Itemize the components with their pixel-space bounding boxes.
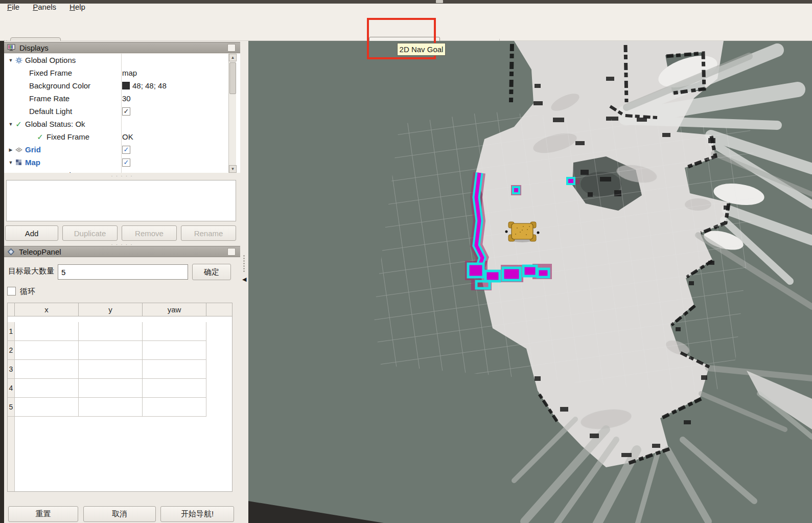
tree-row-frame-rate[interactable]: Frame Rate 30 <box>4 92 228 105</box>
expand-arrow-icon[interactable]: ▼ <box>7 58 14 63</box>
duplicate-display-button[interactable]: Duplicate <box>62 225 118 241</box>
diamond-icon <box>7 248 15 256</box>
cell-y[interactable] <box>79 379 143 398</box>
menu-help[interactable]: Help <box>69 3 85 11</box>
displays-float-button[interactable] <box>227 44 236 52</box>
tree-value[interactable]: map <box>122 69 137 77</box>
column-header-x[interactable]: x <box>15 303 79 316</box>
cell-yaw[interactable] <box>143 398 206 417</box>
menu-help-key: H <box>69 3 75 11</box>
scroll-down-arrow-icon[interactable]: ▼ <box>229 165 237 173</box>
remove-display-button[interactable]: Remove <box>122 225 177 241</box>
reset-button[interactable]: 重置 <box>8 506 78 522</box>
tree-label: Frame Rate <box>29 94 69 103</box>
color-value: 48; 48; 48 <box>132 81 167 90</box>
render-viewport[interactable] <box>248 41 812 523</box>
gear-icon <box>14 57 23 64</box>
grid-display-icon <box>14 146 23 153</box>
menu-file-rest: ile <box>12 3 19 11</box>
tree-row-fixed-frame-status[interactable]: ✓ Fixed Frame OK <box>4 130 228 143</box>
collapse-arrow-icon[interactable]: ▶ <box>7 147 14 152</box>
tree-label: Background Color <box>29 81 90 90</box>
loop-checkbox[interactable] <box>7 287 16 295</box>
cell-y[interactable] <box>79 341 143 360</box>
menu-file[interactable]: File <box>7 3 19 11</box>
cell-blank <box>206 379 232 398</box>
tree-row-background-color[interactable]: Background Color 48; 48; 48 <box>4 79 228 92</box>
status-ok-check-icon: ✓ <box>27 171 35 173</box>
menu-panels[interactable]: Panels <box>33 3 56 11</box>
splitter-grip-dots <box>243 255 245 273</box>
tree-row-global-options[interactable]: ▼ Global Options <box>4 54 228 66</box>
tree-row-map-status-partial[interactable]: ▶ ✓ Status: Ok <box>4 169 228 173</box>
teleop-float-button[interactable] <box>227 248 236 256</box>
scrollbar-thumb[interactable] <box>229 62 236 94</box>
panel-splitter[interactable]: ◀ <box>240 41 248 523</box>
tree-row-map[interactable]: ▼ Map ✓ <box>4 156 228 169</box>
tree-value[interactable]: 30 <box>122 94 131 103</box>
panel-resize-grip[interactable]: · · · · · <box>4 173 240 178</box>
cell-y[interactable] <box>79 322 143 341</box>
checkbox-checked[interactable]: ✓ <box>122 107 130 116</box>
displays-tree: ▼ Global Options Fixed Frame map Backgro… <box>4 54 240 173</box>
tree-row-fixed-frame[interactable]: Fixed Frame map <box>4 66 228 79</box>
row-header[interactable]: 5 <box>8 398 15 417</box>
tree-label: Default Light <box>29 107 72 116</box>
row-header[interactable]: 3 <box>8 360 15 379</box>
tree-row-global-status[interactable]: ▼ ✓ Global Status: Ok <box>4 118 228 130</box>
teleop-panel-header[interactable]: TeleopPanel <box>4 246 240 257</box>
rename-display-button[interactable]: Rename <box>181 225 236 241</box>
goal-table: x y yaw 1 2 3 4 5 <box>7 303 233 492</box>
cell-x[interactable] <box>15 360 79 379</box>
map-display-icon <box>14 159 23 166</box>
cell-blank <box>206 360 232 379</box>
cell-x[interactable] <box>15 398 79 417</box>
add-display-button[interactable]: Add <box>5 225 58 241</box>
cell-yaw[interactable] <box>143 379 206 398</box>
scroll-up-arrow-icon[interactable]: ▲ <box>229 54 237 61</box>
color-swatch <box>122 82 130 89</box>
window-titlebar-strip <box>0 0 812 4</box>
cancel-button[interactable]: 取消 <box>83 506 156 522</box>
cell-yaw[interactable] <box>143 341 206 360</box>
expand-arrow-icon[interactable]: ▼ <box>7 160 14 165</box>
cell-x[interactable] <box>15 379 79 398</box>
row-header[interactable]: 4 <box>8 379 15 398</box>
map-canvas[interactable] <box>248 41 812 523</box>
tree-row-default-light[interactable]: Default Light ✓ <box>4 105 228 118</box>
tree-label: Fixed Frame <box>47 132 89 141</box>
tree-value[interactable]: 48; 48; 48 <box>122 81 167 90</box>
window-left-edge <box>0 41 4 523</box>
row-header[interactable]: 1 <box>8 322 15 341</box>
nav-goal-tooltip: 2D Nav Goal <box>397 43 446 56</box>
cell-x[interactable] <box>15 322 79 341</box>
collapse-panel-arrow-icon[interactable]: ◀ <box>242 276 246 283</box>
cell-y[interactable] <box>79 398 143 417</box>
max-goals-label: 目标最大数量 <box>8 266 54 276</box>
tree-label: Fixed Frame <box>29 69 72 77</box>
menu-file-key: F <box>7 3 12 11</box>
confirm-button[interactable]: 确定 <box>192 264 231 280</box>
column-header-blank <box>206 303 232 316</box>
cell-yaw[interactable] <box>143 360 206 379</box>
left-panel-stack: Displays ▼ Global Options Fixed Frame ma… <box>4 41 240 523</box>
column-header-y[interactable]: y <box>79 303 143 316</box>
start-navigation-button[interactable]: 开始导航! <box>160 506 234 522</box>
tree-label: Map <box>25 158 40 167</box>
collapse-arrow-icon[interactable]: ▶ <box>19 173 27 173</box>
cell-x[interactable] <box>15 341 79 360</box>
expand-arrow-icon[interactable]: ▼ <box>7 122 14 127</box>
column-header-yaw[interactable]: yaw <box>143 303 206 316</box>
tree-value: OK <box>122 132 133 141</box>
cell-yaw[interactable] <box>143 322 206 341</box>
row-header[interactable]: 2 <box>8 341 15 360</box>
cell-blank <box>206 322 232 341</box>
cell-y[interactable] <box>79 360 143 379</box>
checkbox-checked[interactable]: ✓ <box>122 158 130 167</box>
tree-scrollbar[interactable]: ▲ ▼ <box>228 54 236 173</box>
displays-panel-header[interactable]: Displays <box>4 42 240 53</box>
tree-row-grid[interactable]: ▶ Grid ✓ <box>4 143 228 156</box>
status-ok-check-icon: ✓ <box>36 132 44 142</box>
max-goals-input[interactable] <box>58 264 188 280</box>
checkbox-checked[interactable]: ✓ <box>122 146 130 154</box>
